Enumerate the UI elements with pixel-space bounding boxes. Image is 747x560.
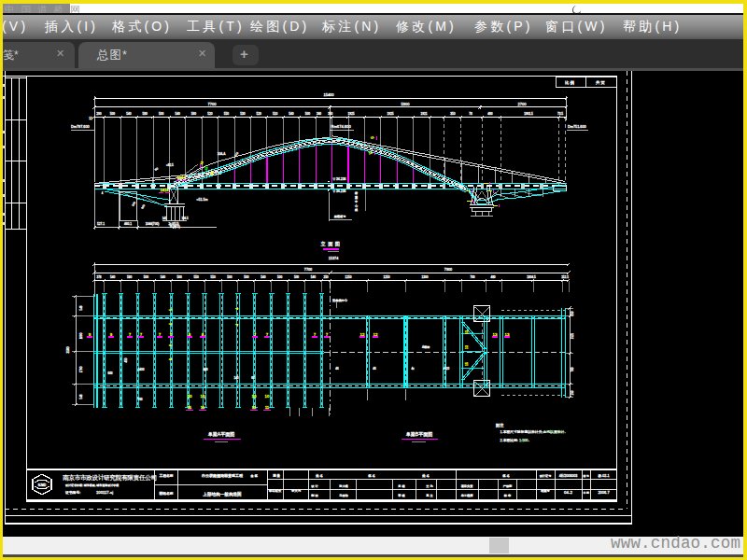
svg-text:500: 500 xyxy=(144,275,148,279)
svg-text:审 核: 审 核 xyxy=(398,494,405,497)
svg-text:1044(700): 1044(700) xyxy=(146,222,160,226)
svg-text:桥-02-1: 桥-02-1 xyxy=(598,474,610,478)
svg-text:530: 530 xyxy=(240,112,246,116)
svg-text:1250: 1250 xyxy=(384,275,390,279)
svg-text:心: 心 xyxy=(355,204,359,208)
svg-text:140: 140 xyxy=(233,376,238,380)
svg-text:600: 600 xyxy=(107,371,112,375)
svg-text:540: 540 xyxy=(110,275,115,279)
svg-text:9: 9 xyxy=(89,332,92,337)
svg-text:判20: 判20 xyxy=(444,367,450,371)
svg-text:11: 11 xyxy=(188,405,192,410)
svg-text:10: 10 xyxy=(188,394,192,399)
svg-text:7700: 7700 xyxy=(208,102,218,106)
svg-text:520: 520 xyxy=(257,112,262,116)
svg-text:姓 名: 姓 名 xyxy=(422,473,430,478)
svg-text:10A.A: 10A.A xyxy=(218,152,227,156)
svg-text:证书编号:: 证书编号: xyxy=(65,490,80,495)
svg-text:510: 510 xyxy=(273,112,278,116)
svg-text:540: 540 xyxy=(289,112,294,116)
svg-text:60: 60 xyxy=(251,376,255,380)
svg-text:桥: 桥 xyxy=(354,191,358,195)
svg-text:测 量: 测 量 xyxy=(273,473,280,478)
svg-text:1250: 1250 xyxy=(345,275,352,279)
svg-text:马国治: 马国治 xyxy=(339,494,348,497)
svg-text:1921: 1921 xyxy=(420,112,427,116)
svg-text:1925: 1925 xyxy=(387,112,393,116)
svg-text:500: 500 xyxy=(244,275,248,279)
svg-text:竖曲线中心: 竖曲线中心 xyxy=(332,298,348,302)
svg-text:8: 8 xyxy=(189,332,191,337)
svg-text:日 期: 日 期 xyxy=(583,491,589,495)
svg-text:单梁A平面图: 单梁A平面图 xyxy=(208,431,234,438)
svg-text:500: 500 xyxy=(305,112,311,116)
svg-text:Rm674.600: Rm674.600 xyxy=(331,124,352,129)
svg-text:4: 4 xyxy=(235,308,239,310)
svg-text:3d0: 3d0 xyxy=(140,203,146,210)
svg-text:Dm751.600: Dm751.600 xyxy=(568,125,586,129)
svg-text:复 核: 复 核 xyxy=(398,484,405,488)
svg-text:150: 150 xyxy=(571,311,574,315)
svg-text:白云桥南侧游园景观工程: 白云桥南侧游园景观工程 xyxy=(202,473,243,479)
svg-text:中: 中 xyxy=(355,200,358,203)
svg-text:378: 378 xyxy=(96,275,101,279)
svg-text:档案号: 档案号 xyxy=(540,489,550,493)
svg-text:13: 13 xyxy=(368,150,373,155)
svg-text:1414: 1414 xyxy=(161,188,170,192)
svg-text:250: 250 xyxy=(323,275,328,279)
svg-text:2006.7: 2006.7 xyxy=(598,490,610,495)
svg-text:图纸名称: 图纸名称 xyxy=(159,491,173,496)
svg-text:7: 7 xyxy=(314,332,317,337)
svg-text:104.5: 104.5 xyxy=(182,217,189,220)
svg-text:1804.5: 1804.5 xyxy=(527,275,536,279)
svg-text:15400: 15400 xyxy=(323,92,334,97)
svg-text:540: 540 xyxy=(161,275,165,279)
svg-text:梁: 梁 xyxy=(355,195,358,200)
svg-text:46: 46 xyxy=(335,367,339,371)
svg-text:340: 340 xyxy=(317,112,321,116)
svg-text:700: 700 xyxy=(137,398,142,401)
svg-text:NJMD: NJMD xyxy=(38,483,47,487)
svg-text:项目负责: 项目负责 xyxy=(461,484,474,488)
svg-text:1400: 1400 xyxy=(138,368,145,371)
svg-text:4: 4 xyxy=(102,191,104,195)
svg-text:签 名: 签 名 xyxy=(368,474,375,478)
svg-text:工程名称: 工程名称 xyxy=(159,473,173,478)
svg-text:78: 78 xyxy=(469,112,472,116)
svg-text:B0: B0 xyxy=(154,166,160,172)
svg-text:4x: 4x xyxy=(411,367,415,371)
svg-text:制 图: 制 图 xyxy=(311,494,317,497)
svg-text:500: 500 xyxy=(177,275,182,279)
svg-text:7900: 7900 xyxy=(444,268,452,272)
svg-text:540: 540 xyxy=(261,275,265,279)
svg-text:王 为: 王 为 xyxy=(426,484,432,488)
svg-text:12: 12 xyxy=(89,117,92,120)
svg-text:7700: 7700 xyxy=(304,268,312,272)
svg-text:设 计: 设 计 xyxy=(311,484,318,488)
svg-text:5900: 5900 xyxy=(402,102,411,106)
svg-text:580: 580 xyxy=(143,112,148,116)
svg-text:13: 13 xyxy=(493,332,498,337)
svg-text:2700: 2700 xyxy=(518,102,528,106)
svg-text:520: 520 xyxy=(207,112,213,116)
svg-text:500: 500 xyxy=(294,275,299,279)
svg-text:13: 13 xyxy=(465,330,469,334)
svg-text:李大为: 李大为 xyxy=(291,489,302,493)
svg-text:700: 700 xyxy=(470,275,474,279)
svg-text:▽ 36.236: ▽ 36.236 xyxy=(333,189,346,193)
svg-text:46: 46 xyxy=(373,367,376,371)
svg-text:▽ 36.236: ▽ 36.236 xyxy=(333,177,346,181)
svg-text:≈51.5m: ≈51.5m xyxy=(197,198,208,202)
svg-text:527.1: 527.1 xyxy=(97,222,105,226)
svg-text:共 页: 共 页 xyxy=(596,80,606,85)
svg-text:500: 500 xyxy=(277,275,282,279)
svg-text:550: 550 xyxy=(194,275,199,279)
svg-text:高 主: 高 主 xyxy=(426,494,433,497)
svg-text:1d1: 1d1 xyxy=(162,217,167,220)
svg-text:比 例: 比 例 xyxy=(565,80,575,86)
svg-text:100117-sj: 100117-sj xyxy=(96,490,113,495)
svg-text:张大维: 张大维 xyxy=(339,484,348,488)
svg-text:南京市市政设计研究院有限责任公司: 南京市市政设计研究院有限责任公司 xyxy=(62,474,157,482)
svg-text:审定组长: 审定组长 xyxy=(269,489,282,493)
svg-text:400: 400 xyxy=(203,368,207,371)
